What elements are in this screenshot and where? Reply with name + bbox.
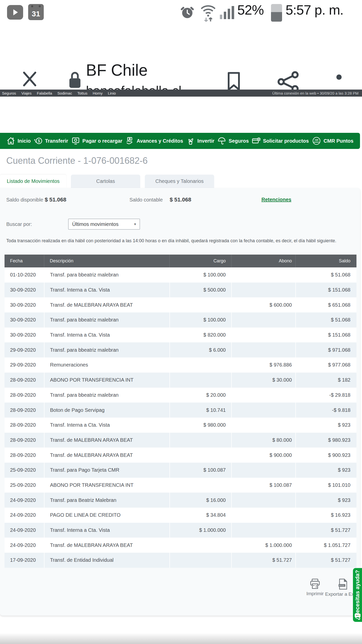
cell-description: Transf. para bbeatriz malebran (44, 342, 169, 357)
cell-cargo: $ 500.000 (169, 283, 231, 298)
table-row: 25-09-2020ABONO POR TRANSFERENCIA INT$ 1… (5, 478, 356, 493)
available-balance-label: Saldo disponible (6, 197, 43, 203)
chat-bubble-icon (354, 613, 361, 619)
tab-cartolas[interactable]: Cartolas (71, 175, 140, 188)
cell-description: ABONO POR TRANSFERENCIA INT (44, 373, 169, 388)
cell-date: 28-09-2020 (5, 448, 44, 463)
cell-abono (231, 312, 295, 328)
status-bar: 31 52% 5:57 p. m. (0, 0, 362, 25)
col-abono: Abono (231, 255, 295, 267)
cell-cargo (169, 478, 231, 493)
cell-abono: $ 30.000 (231, 373, 295, 388)
nav-label: Solicitar productos (263, 138, 309, 144)
battery-percent: 52% (237, 2, 264, 18)
last-connection-text: Última conexión en la web • 30/09/20 a l… (272, 91, 358, 95)
col-fecha: Fecha (5, 255, 44, 267)
nav-item-inicio[interactable]: Inicio (7, 137, 31, 145)
table-row: 28-09-2020Transf. para bbeatriz malebran… (5, 388, 356, 403)
nav-item-pagar-o-recargar[interactable]: Pagar o recargar (71, 137, 122, 145)
bookmark-icon[interactable] (226, 71, 242, 92)
table-row: 30-09-2020Transf. Interna a Cta. Vista$ … (5, 328, 356, 343)
cell-date: 30-09-2020 (5, 328, 44, 343)
table-row: 30-09-2020Transf. para bbeatriz malebran… (5, 312, 356, 328)
table-row: 29-09-2020Transf. para bbeatriz malebran… (5, 342, 356, 357)
top-link-homy[interactable]: Homy (93, 91, 103, 95)
table-row: 30-09-2020Transf. de MALEBRAN ARAYA BEAT… (5, 297, 356, 312)
top-link-tottus[interactable]: Tottus (77, 91, 87, 95)
top-link-viajes[interactable]: Viajes (21, 91, 32, 95)
movements-filter-select[interactable]: Últimos movimientos ▾ (68, 219, 140, 230)
nav-item-invertir[interactable]: Invertir (186, 137, 214, 145)
cell-abono (231, 267, 295, 283)
lock-icon[interactable] (67, 71, 82, 90)
top-link-seguros[interactable]: Seguros (2, 91, 16, 95)
nav-item-cmr-puntos[interactable]: CMRpuntosCMR Puntos (312, 136, 353, 145)
cell-cargo: $ 980.000 (169, 418, 231, 433)
table-row: 28-09-2020ABONO POR TRANSFERENCIA INT$ 3… (5, 373, 356, 388)
table-row: 24-09-2020Transf. Interna a Cta. Vista$ … (5, 523, 356, 538)
cell-abono: $ 100.087 (231, 478, 295, 493)
top-link-sodimac[interactable]: Sodimac (57, 91, 72, 95)
cell-description: Boton de Pago Servipag (44, 403, 169, 418)
svg-text:$: $ (38, 139, 40, 143)
cell-cargo: $ 820.000 (169, 328, 231, 343)
nav-item-avances-y-creditos[interactable]: Avances y Créditos (125, 137, 183, 145)
cell-date: 25-09-2020 (5, 478, 44, 493)
cell-saldo: $ 923 (295, 493, 356, 508)
signal-icon (220, 6, 234, 19)
close-icon[interactable] (21, 70, 39, 88)
search-by-label: Buscar por: (6, 221, 32, 227)
battery-icon (271, 4, 282, 22)
cell-date: 24-09-2020 (5, 538, 44, 553)
cell-abono (231, 283, 295, 298)
nav-item-transferir[interactable]: $Transferir (34, 137, 68, 145)
cell-saldo: $ 971.068 (295, 342, 356, 357)
table-row: 29-09-2020Remuneraciones$ 976.886$ 977.0… (5, 357, 356, 373)
cell-saldo: $ 51.727 (295, 523, 356, 538)
cell-description: Transf. para bbeatriz malebran (44, 388, 169, 403)
cell-description: Transf. Interna a Cta. Vista (44, 328, 169, 343)
calendar-icon: 31 (28, 4, 44, 20)
cell-cargo: $ 6.000 (169, 342, 231, 357)
table-row: 28-09-2020Boton de Pago Servipag$ 10.741… (5, 403, 356, 418)
cell-description: Transf. de MALEBRAN ARAYA BEAT (44, 297, 169, 312)
col-cargo: Cargo (169, 255, 231, 267)
clock-time: 5:57 p. m. (286, 2, 343, 18)
cell-description: Transf. de MALEBRAN ARAYA BEAT (44, 433, 169, 448)
cell-date: 29-09-2020 (5, 342, 44, 357)
retail-links-bar: SegurosViajesFalabellaSodimacTottusHomyL… (0, 90, 362, 97)
wifi-icon (200, 4, 216, 22)
col-descripcion: Descripción (44, 255, 169, 267)
cell-cargo: $ 10.741 (169, 403, 231, 418)
cell-description: Transf. de MALEBRAN ARAYA BEAT (44, 448, 169, 463)
nav-label: Seguros (229, 138, 249, 144)
nav-item-solicitar-productos[interactable]: Solicitar productos (252, 137, 309, 145)
top-link-falabella[interactable]: Falabella (37, 91, 52, 95)
tab-listado-de-movimientos[interactable]: Listado de Movimientos (0, 175, 66, 188)
cell-date: 28-09-2020 (5, 373, 44, 388)
pay-icon (71, 137, 80, 145)
tab-cheques-y-talonarios[interactable]: Cheques y Talonarios (145, 175, 214, 188)
cell-cargo: $ 100.087 (169, 463, 231, 478)
col-saldo: Saldo (295, 255, 356, 267)
cell-date: 25-09-2020 (5, 463, 44, 478)
top-link-linio[interactable]: Linio (108, 91, 116, 95)
table-row: 01-10-2020Transf. para bbeatriz malebran… (5, 267, 356, 283)
cell-saldo: $ 900.923 (295, 448, 356, 463)
cell-description: PAGO DE LINEA DE CREDITO (44, 508, 169, 523)
retentions-link[interactable]: Retenciones (261, 197, 291, 203)
page-title: Cuenta Corriente - 1-076-001682-6 (6, 155, 148, 166)
cell-description: Transf. Interna a Cta. Vista (44, 283, 169, 298)
select-caret-icon: ▾ (134, 222, 136, 226)
nav-label: CMR Puntos (324, 138, 353, 144)
accounting-balance-label: Saldo contable (129, 197, 163, 203)
table-row: 17-09-2020Transf. de Entidad Individual$… (5, 553, 356, 568)
cell-abono: $ 51.727 (231, 553, 295, 568)
table-row: 28-09-2020Transf. de MALEBRAN ARAYA BEAT… (5, 448, 356, 463)
cell-saldo: -$ 9.818 (295, 403, 356, 418)
cell-cargo (169, 448, 231, 463)
need-help-tab[interactable]: ¿Necesitas ayuda? (353, 568, 362, 622)
cell-saldo: $ 51.068 (295, 267, 356, 283)
nav-item-seguros[interactable]: Seguros (217, 137, 249, 145)
nav-label: Inicio (18, 138, 31, 144)
